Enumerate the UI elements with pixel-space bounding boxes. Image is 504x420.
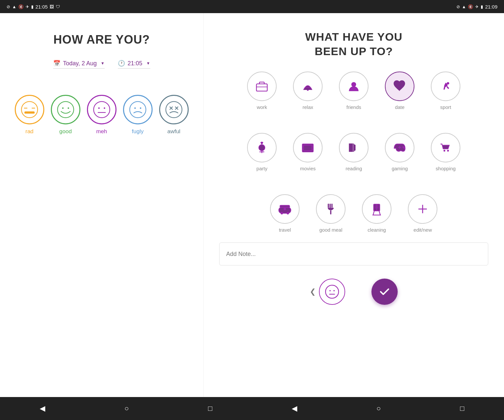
activity-work[interactable]: work (244, 72, 280, 110)
good-label: good (59, 128, 72, 135)
svg-point-0 (21, 101, 37, 117)
airplane-icon-r: ✈ (475, 4, 479, 9)
time-dropdown-arrow: ▼ (146, 61, 150, 66)
gaming-circle (385, 133, 414, 162)
svg-point-13 (140, 107, 141, 109)
svg-rect-29 (304, 145, 312, 151)
add-note-input[interactable] (219, 242, 488, 265)
svg-point-6 (68, 107, 69, 109)
shopping-circle (431, 133, 460, 162)
mood-rad[interactable]: rad (15, 95, 44, 135)
party-label: party (257, 166, 267, 171)
clock-icon: 🕐 (118, 60, 125, 67)
confirm-button[interactable] (371, 279, 398, 305)
friends-label: friends (346, 104, 361, 110)
shield-icon: 🛡 (56, 4, 60, 9)
travel-label: travel (279, 227, 291, 233)
status-bar-right: ⊘ ▲ 🔇 ✈ ▮ 21:09 (456, 4, 497, 10)
meh-face-preview (319, 279, 345, 305)
main-content: HOW ARE YOU? 📅 Today, 2 Aug ▼ 🕐 21:05 ▼ (0, 13, 504, 397)
fugly-emoji-circle (123, 95, 153, 124)
gaming-label: gaming (392, 166, 408, 171)
wifi-icon: ▲ (12, 4, 16, 9)
right-time: 21:09 (485, 4, 497, 10)
activity-shopping[interactable]: shopping (428, 133, 464, 171)
friends-circle (339, 72, 368, 101)
emoji-row: rad good (15, 95, 189, 135)
activity-reading[interactable]: reading (336, 133, 372, 171)
date-circle (385, 72, 414, 101)
svg-point-43 (287, 212, 289, 215)
mood-good[interactable]: good (51, 95, 80, 135)
activity-good-meal[interactable]: good meal (313, 194, 349, 233)
wifi-icon-r: ▲ (462, 4, 466, 9)
sport-circle (431, 72, 460, 101)
nav-back-icon-left[interactable]: ◀ (40, 404, 45, 413)
nav-home-icon-left[interactable]: ○ (124, 404, 129, 413)
svg-rect-3 (24, 112, 34, 114)
relax-circle (293, 72, 323, 101)
muted-icon: 🔇 (18, 4, 24, 9)
activity-gaming[interactable]: gaming (382, 133, 418, 171)
activity-edit-new[interactable]: edit/new (405, 194, 441, 233)
nav-home-icon-right[interactable]: ○ (376, 404, 381, 413)
photo-icon: 🖼 (50, 4, 54, 9)
movies-circle (293, 133, 323, 162)
what-title-text: WHAT HAVE YOUBEEN UP TO? (305, 31, 402, 57)
reading-circle (339, 133, 368, 162)
svg-point-38 (404, 148, 405, 149)
nav-group-left: ◀ ○ □ (0, 404, 252, 413)
activity-relax[interactable]: relax (290, 72, 326, 110)
activity-grid-row3: travel good meal (267, 194, 441, 233)
battery-icon: ▮ (31, 4, 33, 9)
back-button[interactable]: ❮ (310, 279, 345, 305)
nav-recents-icon-left[interactable]: □ (208, 404, 212, 413)
movies-label: movies (300, 166, 316, 171)
reading-label: reading (346, 166, 362, 171)
left-panel: HOW ARE YOU? 📅 Today, 2 Aug ▼ 🕐 21:05 ▼ (0, 13, 203, 397)
svg-point-25 (259, 145, 265, 151)
svg-rect-44 (280, 205, 290, 207)
shopping-label: shopping (436, 166, 456, 171)
activity-cleaning[interactable]: cleaning (359, 194, 395, 233)
sport-label: sport (440, 104, 451, 110)
nav-back-icon-right[interactable]: ◀ (292, 404, 297, 413)
svg-point-57 (326, 285, 339, 298)
svg-rect-48 (330, 210, 331, 215)
meh-label: meh (96, 128, 107, 135)
svg-point-9 (104, 107, 105, 109)
left-time: 21:05 (35, 4, 48, 10)
awful-emoji-circle (159, 95, 189, 124)
activity-travel[interactable]: travel (267, 194, 303, 233)
time-picker[interactable]: 🕐 21:05 ▼ (118, 60, 150, 69)
svg-rect-19 (257, 84, 267, 91)
activity-grid-row1: work relax (244, 72, 464, 123)
activity-party[interactable]: party (244, 133, 280, 171)
nav-recents-icon-right[interactable]: □ (460, 404, 464, 413)
party-circle (247, 133, 277, 162)
awful-label: awful (167, 128, 180, 135)
activity-date[interactable]: date (382, 72, 418, 110)
mood-meh[interactable]: meh (87, 95, 116, 135)
what-title: WHAT HAVE YOUBEEN UP TO? (305, 30, 402, 58)
svg-point-11 (130, 101, 146, 117)
muted-icon-r: 🔇 (468, 4, 473, 9)
nav-group-right: ◀ ○ □ (252, 404, 504, 413)
no-sign-icon-r: ⊘ (456, 4, 460, 9)
mood-fugly[interactable]: fugly (123, 95, 153, 135)
good-meal-circle (316, 194, 346, 224)
mood-awful[interactable]: awful (159, 95, 189, 135)
svg-point-45 (284, 208, 286, 210)
svg-point-39 (444, 150, 446, 152)
no-sign-icon: ⊘ (7, 4, 10, 9)
svg-point-4 (57, 101, 74, 117)
date-picker[interactable]: 📅 Today, 2 Aug ▼ (53, 60, 105, 69)
date-label: date (395, 104, 405, 110)
right-panel: WHAT HAVE YOUBEEN UP TO? work (204, 13, 504, 397)
activity-friends[interactable]: friends (336, 72, 372, 110)
activity-sport[interactable]: sport (428, 72, 464, 110)
activity-movies[interactable]: movies (290, 133, 326, 171)
rad-emoji-circle (15, 95, 44, 124)
status-bar-left: ⊘ ▲ 🔇 ✈ ▮ 21:05 🖼 🛡 (7, 4, 60, 10)
date-dropdown-arrow: ▼ (101, 61, 105, 66)
